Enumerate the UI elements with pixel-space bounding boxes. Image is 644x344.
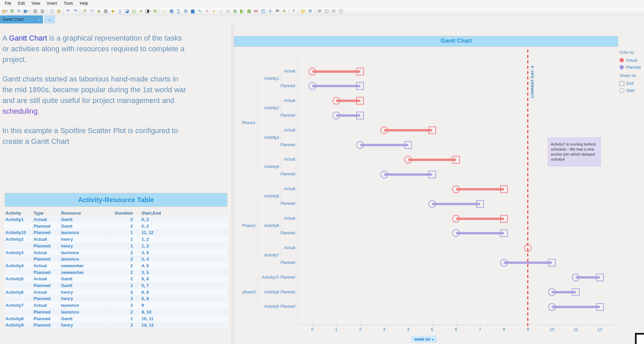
end-marker[interactable] bbox=[548, 259, 556, 267]
start-marker[interactable] bbox=[309, 82, 316, 90]
column-header[interactable]: Resource bbox=[61, 211, 111, 216]
menu-file[interactable]: File bbox=[1, 0, 14, 6]
table-row[interactable]: Activity8PlannedGantt110, 11 bbox=[5, 315, 227, 322]
paste-icon[interactable]: ▧ bbox=[55, 8, 62, 14]
end-marker[interactable] bbox=[596, 303, 604, 311]
table-row[interactable]: Activity10Plannedlaurence111, 12 bbox=[5, 229, 227, 236]
web-panel-icon[interactable]: ◱ bbox=[130, 8, 138, 14]
gantt-bar[interactable] bbox=[456, 188, 504, 190]
pie-chart-icon[interactable]: ◕ bbox=[210, 8, 217, 14]
copy-icon[interactable]: ◫ bbox=[48, 8, 55, 14]
table-row[interactable]: Activity3Actuallaurence23, 5 bbox=[5, 249, 227, 256]
parallel-coordinate-plot-icon[interactable]: ⋈ bbox=[253, 8, 260, 14]
map-chart-icon[interactable]: ◍ bbox=[231, 8, 238, 14]
gantt-bar[interactable] bbox=[384, 129, 432, 131]
new-tab-button[interactable]: + bbox=[44, 15, 55, 23]
table-row[interactable]: Activity7Actuallaurence29 bbox=[5, 302, 227, 308]
js-visualization-icon[interactable]: JS bbox=[274, 8, 281, 14]
legend-item-end[interactable]: End bbox=[620, 80, 644, 87]
end-marker[interactable] bbox=[356, 68, 364, 75]
start-marker[interactable] bbox=[428, 200, 436, 208]
table-row[interactable]: Plannedlaurence28, 10 bbox=[5, 308, 227, 315]
annotation-note[interactable]: Activity7 is running behind schedule - W… bbox=[548, 137, 601, 166]
layout-rows-icon[interactable]: ⊟ bbox=[330, 8, 337, 14]
save-icon[interactable]: ▣▾ bbox=[22, 8, 30, 14]
treemap-icon[interactable]: ◧ bbox=[238, 8, 246, 14]
bookmark-icon[interactable]: ◆ bbox=[109, 8, 116, 14]
bar-chart-icon[interactable]: ▆ bbox=[189, 8, 196, 14]
end-marker[interactable] bbox=[356, 82, 364, 90]
new-page-icon[interactable]: ⊞ bbox=[152, 8, 159, 14]
table-row[interactable]: Activity9Plannedhenry210, 12 bbox=[5, 322, 227, 328]
start-marker[interactable] bbox=[452, 185, 460, 193]
undo-icon[interactable]: ↶ bbox=[65, 8, 72, 14]
heat-map-icon[interactable]: ▩ bbox=[246, 8, 253, 14]
legend-item-start[interactable]: Start bbox=[620, 87, 644, 94]
gantt-bar[interactable] bbox=[360, 144, 408, 146]
start-marker[interactable] bbox=[332, 112, 340, 119]
start-marker[interactable] bbox=[404, 156, 412, 164]
start-marker[interactable] bbox=[548, 303, 556, 311]
gantt-bar[interactable] bbox=[408, 159, 456, 161]
table-row[interactable]: Plannednewworker23, 5 bbox=[5, 269, 227, 276]
table-visualization-icon[interactable]: ▦ bbox=[168, 8, 175, 14]
gantt-bar[interactable] bbox=[384, 173, 432, 176]
start-marker[interactable] bbox=[452, 229, 460, 237]
kpi-chart-icon[interactable]: ◰ bbox=[260, 8, 267, 14]
week-no-selector[interactable]: week no▾ bbox=[411, 336, 437, 343]
gantt-bar[interactable] bbox=[504, 262, 552, 264]
column-header[interactable]: Activity bbox=[5, 211, 34, 216]
menu-tools[interactable]: Tools bbox=[60, 0, 76, 6]
gantt-bar[interactable] bbox=[456, 232, 504, 234]
tab-gantt-chart[interactable]: Gantt Chart × bbox=[0, 15, 43, 23]
text-area-icon[interactable]: T bbox=[290, 8, 297, 14]
start-marker[interactable] bbox=[572, 274, 580, 281]
gantt-bar[interactable] bbox=[552, 306, 600, 308]
column-header[interactable]: Type bbox=[34, 211, 60, 216]
table-row[interactable]: Plannedlaurence22, 4 bbox=[5, 255, 227, 262]
legend-item-planned[interactable]: Planned bbox=[620, 64, 644, 71]
table-row[interactable]: PlannedGantt20, 2 bbox=[5, 223, 227, 229]
open-icon[interactable]: ▨▾ bbox=[1, 8, 8, 14]
gantt-bar[interactable] bbox=[312, 70, 360, 73]
text-link[interactable]: Gantt Chart bbox=[9, 34, 47, 42]
table-row[interactable]: Activity4Actualnewworker24, 6 bbox=[5, 262, 227, 269]
start-marker[interactable] bbox=[500, 259, 508, 267]
export-icon[interactable]: ▥ bbox=[39, 8, 46, 14]
menu-help[interactable]: Help bbox=[76, 0, 92, 6]
image-icon[interactable]: ▨ bbox=[300, 8, 307, 14]
start-marker[interactable] bbox=[380, 126, 388, 134]
end-marker[interactable] bbox=[428, 126, 436, 134]
text-link[interactable]: scheduling bbox=[2, 107, 38, 115]
collaboration-panel-icon[interactable]: ▯ bbox=[116, 8, 123, 14]
start-marker[interactable] bbox=[524, 244, 532, 252]
redo-icon[interactable]: ↷ bbox=[72, 8, 79, 14]
gantt-bar[interactable] bbox=[432, 203, 480, 205]
scatter-plot-icon[interactable]: ∴ bbox=[217, 8, 224, 14]
details-on-demand-icon[interactable]: ◪ bbox=[123, 8, 130, 14]
end-marker[interactable] bbox=[500, 229, 508, 237]
combination-chart-icon[interactable]: ≈ bbox=[203, 8, 210, 14]
legend-item-actual[interactable]: Actual bbox=[620, 57, 644, 64]
line-chart-icon[interactable]: ∿ bbox=[196, 8, 203, 14]
menu-view[interactable]: View bbox=[28, 0, 44, 6]
gantt-bar[interactable] bbox=[456, 218, 504, 220]
end-marker[interactable] bbox=[452, 156, 460, 164]
end-marker[interactable] bbox=[404, 141, 412, 149]
end-marker[interactable] bbox=[500, 185, 508, 193]
box-plot-icon[interactable]: ┼ bbox=[267, 8, 274, 14]
reset-filters-icon[interactable]: ↺ bbox=[81, 8, 88, 14]
end-marker[interactable] bbox=[356, 112, 364, 119]
table-row[interactable]: Plannedhenry26, 8 bbox=[5, 295, 227, 302]
comments-icon[interactable]: ● bbox=[138, 8, 145, 14]
end-marker[interactable] bbox=[476, 200, 484, 208]
table-row[interactable]: Activity6Actualhenry26, 8 bbox=[5, 289, 227, 295]
column-header[interactable]: Duration bbox=[107, 211, 133, 216]
refresh-data-icon[interactable]: ↻ bbox=[15, 8, 22, 14]
table-row[interactable]: PlannedGantt25, 7 bbox=[5, 282, 227, 289]
data-panel-icon[interactable]: ▦ bbox=[102, 8, 109, 14]
tab-close-icon[interactable]: × bbox=[38, 17, 40, 22]
panel-splitter[interactable] bbox=[231, 23, 234, 344]
menu-insert[interactable]: Insert bbox=[44, 0, 60, 6]
start-marker[interactable] bbox=[380, 171, 388, 178]
